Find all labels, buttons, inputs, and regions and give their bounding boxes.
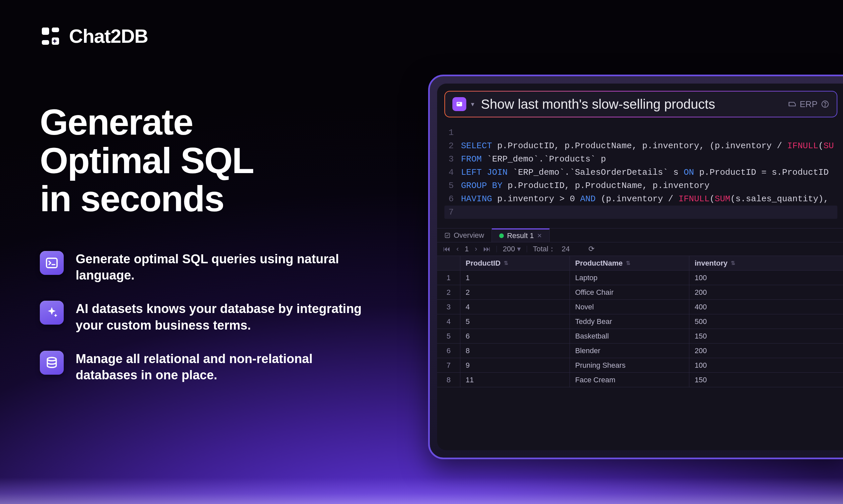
cell-inventory[interactable]: 500 [689, 314, 843, 329]
cell-productid[interactable]: 8 [460, 343, 570, 358]
page-last-button[interactable]: ⏭ [483, 245, 491, 253]
cell-productid[interactable]: 9 [460, 358, 570, 373]
code-line: HAVING p.inventory > 0 AND (p.inventory … [461, 192, 829, 205]
context-label: ERP [800, 99, 818, 109]
svg-rect-2 [42, 40, 49, 45]
cell-inventory[interactable]: 150 [689, 373, 843, 387]
cell-productname[interactable]: Laptop [570, 271, 689, 285]
page-prev-button[interactable]: ‹ [457, 245, 459, 253]
table-row[interactable]: 56Basketball150 [437, 329, 843, 343]
feature-text: AI datasets knows your database by integ… [76, 301, 368, 334]
decorative-glow [0, 478, 843, 504]
help-icon[interactable] [821, 100, 829, 108]
status-dot-icon [499, 233, 504, 238]
app-window: ▾ Show last month's slow-selling product… [428, 75, 843, 459]
sparkle-icon [40, 301, 64, 325]
feature-item: AI datasets knows your database by integ… [40, 301, 372, 334]
svg-rect-7 [458, 103, 460, 104]
cell-inventory[interactable]: 100 [689, 358, 843, 373]
column-header[interactable]: ProductName⇅ [570, 256, 689, 271]
hero-line-2: Optimal SQL [40, 140, 254, 181]
code-line: FROM `ERP_demo`.`Products` p [461, 152, 606, 166]
tab-result-1[interactable]: Result 1 ✕ [492, 229, 550, 242]
result-tabs: Overview Result 1 ✕ [437, 228, 843, 242]
table-row[interactable]: 45Teddy Bear500 [437, 314, 843, 329]
cell-productid[interactable]: 11 [460, 373, 570, 387]
page-next-button[interactable]: › [475, 245, 477, 253]
table-header-row: ProductID⇅ ProductName⇅ inventory⇅ [437, 256, 843, 271]
table-row[interactable]: 79Pruning Shears100 [437, 358, 843, 373]
hero-section: Generate Optimal SQL in seconds Generate… [40, 103, 372, 384]
row-index: 1 [437, 271, 460, 285]
cell-productname[interactable]: Blender [570, 343, 689, 358]
hero-line-3: in seconds [40, 178, 224, 219]
ai-prompt-text[interactable]: Show last month's slow-selling products [481, 97, 781, 112]
close-icon[interactable]: ✕ [537, 232, 542, 239]
table-row[interactable]: 68Blender200 [437, 343, 843, 358]
table-row[interactable]: 811Face Cream150 [437, 373, 843, 387]
brand-mark-icon [40, 25, 61, 47]
row-index: 4 [437, 314, 460, 329]
cell-productname[interactable]: Teddy Bear [570, 314, 689, 329]
tab-label: Result 1 [507, 231, 534, 240]
database-icon [40, 351, 64, 375]
svg-point-5 [48, 357, 56, 361]
feature-list: Generate optimal SQL queries using natur… [40, 251, 372, 384]
page-number: 1 [465, 245, 469, 253]
chevron-down-icon[interactable]: ▾ [471, 100, 474, 108]
feature-item: Manage all relational and non-relational… [40, 351, 372, 384]
table-row[interactable]: 34Novel400 [437, 300, 843, 314]
svg-point-9 [825, 106, 825, 106]
cell-productid[interactable]: 2 [460, 285, 570, 300]
brand-name: Chat2DB [69, 25, 148, 47]
sort-icon[interactable]: ⇅ [626, 260, 630, 266]
cell-inventory[interactable]: 200 [689, 285, 843, 300]
brand-logo: Chat2DB [40, 25, 148, 47]
page-size-select[interactable]: 200 ▾ [503, 245, 521, 253]
total-label: Total： [533, 244, 555, 254]
table-row[interactable]: 22Office Chair200 [437, 285, 843, 300]
cell-inventory[interactable]: 100 [689, 271, 843, 285]
context-selector[interactable]: ERP [788, 99, 829, 109]
cell-productid[interactable]: 5 [460, 314, 570, 329]
cell-productname[interactable]: Face Cream [570, 373, 689, 387]
svg-rect-0 [42, 28, 49, 35]
svg-rect-6 [457, 102, 462, 106]
cell-inventory[interactable]: 150 [689, 329, 843, 343]
refresh-button[interactable]: ⟳ [588, 245, 595, 253]
feature-text: Manage all relational and non-relational… [76, 351, 368, 384]
page-first-button[interactable]: ⏮ [443, 245, 450, 253]
column-header[interactable]: inventory⇅ [689, 256, 843, 271]
feature-text: Generate optimal SQL queries using natur… [76, 251, 368, 284]
hero-title: Generate Optimal SQL in seconds [40, 103, 372, 218]
row-index: 7 [437, 358, 460, 373]
row-index: 2 [437, 285, 460, 300]
code-line: SELECT p.ProductID, p.ProductName, p.inv… [461, 139, 834, 152]
sql-editor[interactable]: 1 2SELECT p.ProductID, p.ProductName, p.… [444, 126, 837, 219]
row-index-header [437, 256, 460, 271]
cell-productname[interactable]: Pruning Shears [570, 358, 689, 373]
cell-productname[interactable]: Novel [570, 300, 689, 314]
hero-line-1: Generate [40, 102, 193, 142]
sort-icon[interactable]: ⇅ [731, 260, 735, 266]
row-index: 5 [437, 329, 460, 343]
table-row[interactable]: 11Laptop100 [437, 271, 843, 285]
cell-productname[interactable]: Office Chair [570, 285, 689, 300]
terminal-icon [40, 251, 64, 275]
cell-inventory[interactable]: 400 [689, 300, 843, 314]
cell-productid[interactable]: 1 [460, 271, 570, 285]
tab-overview[interactable]: Overview [437, 229, 492, 242]
cell-productid[interactable]: 4 [460, 300, 570, 314]
tab-label: Overview [454, 231, 484, 240]
cell-productid[interactable]: 6 [460, 329, 570, 343]
total-value: 24 [562, 245, 569, 253]
ai-badge-icon[interactable] [452, 97, 466, 111]
code-line: GROUP BY p.ProductID, p.ProductName, p.i… [461, 179, 709, 192]
ai-prompt-bar[interactable]: ▾ Show last month's slow-selling product… [444, 91, 837, 118]
sort-icon[interactable]: ⇅ [504, 260, 508, 266]
cell-productname[interactable]: Basketball [570, 329, 689, 343]
svg-rect-1 [52, 28, 59, 32]
code-line: LEFT JOIN `ERP_demo`.`SalesOrderDetails`… [461, 166, 829, 179]
cell-inventory[interactable]: 200 [689, 343, 843, 358]
column-header[interactable]: ProductID⇅ [460, 256, 570, 271]
